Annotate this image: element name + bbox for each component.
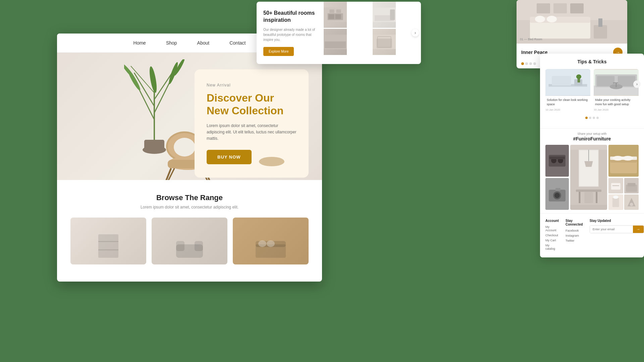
inner-peace-label: 01 — Bed Room — [520, 38, 542, 41]
room-thumb-4 — [373, 29, 396, 55]
footer-columns: Account My Account Checkout My Cart My c… — [545, 219, 639, 252]
room-thumb-2 — [373, 2, 396, 28]
hero-section: New Arrival Discover Our New Collection … — [57, 53, 322, 180]
svg-rect-57 — [598, 18, 602, 27]
explore-more-button[interactable]: Explore More — [263, 47, 294, 56]
browse-title: Browse The Range — [70, 193, 309, 202]
tips-next-arrow[interactable]: › — [633, 80, 641, 88]
footer-facebook[interactable]: Facebook — [566, 229, 583, 232]
svg-rect-102 — [611, 183, 621, 190]
buy-now-button[interactable]: BUY NOW — [207, 150, 252, 164]
hashtag-section: Share your setup with #FuniroFurniture — [540, 128, 644, 213]
browse-description: Lorem ipsum dolor sit amet, consectetur … — [70, 205, 309, 209]
svg-point-112 — [630, 203, 633, 206]
dot-1 — [521, 62, 524, 65]
room-thumb-1 — [324, 2, 347, 28]
hashtag-photo-5c — [608, 194, 623, 210]
nav-links: Home Shop About Contact — [133, 40, 246, 46]
tip-card-2: Make your cooking activity more fun with… — [594, 69, 639, 111]
svg-rect-103 — [612, 185, 619, 186]
svg-rect-41 — [336, 9, 341, 13]
footer-my-catalog[interactable]: My catalog — [545, 244, 559, 250]
tips-dot-4 — [596, 117, 599, 119]
svg-rect-106 — [627, 183, 635, 186]
tips-section: Tips & Tricks Solution for cl — [540, 54, 644, 128]
footer-social-title: Stay Connected — [566, 219, 583, 226]
svg-rect-80 — [549, 157, 565, 159]
svg-point-99 — [612, 156, 623, 161]
tip-card-1: Solution for clean look working space 10… — [545, 69, 590, 111]
browse-card-dining[interactable] — [70, 218, 146, 264]
content-panel: Tips & Tricks Solution for cl — [540, 54, 644, 257]
tips-dot-3 — [593, 117, 595, 119]
footer-section: Account My Account Checkout My Cart My c… — [540, 213, 644, 257]
nav-about[interactable]: About — [197, 40, 210, 46]
footer-instagram[interactable]: Instagram — [566, 234, 583, 237]
svg-rect-44 — [390, 9, 395, 20]
hero-title: Discover Our New Collection — [207, 92, 297, 117]
nav-shop[interactable]: Shop — [166, 40, 177, 46]
hashtag-photo-3 — [608, 145, 639, 177]
nav-contact[interactable]: Contact — [229, 40, 246, 46]
footer-account-col: Account My Account Checkout My Cart My c… — [545, 219, 559, 252]
tips-dot-2 — [589, 117, 591, 119]
hashtag-photo-1 — [545, 145, 569, 177]
svg-rect-40 — [329, 9, 334, 13]
svg-rect-38 — [328, 14, 334, 19]
svg-point-10 — [167, 61, 179, 85]
footer-account-title: Account — [545, 219, 559, 223]
tip-2-description: Make your cooking activity more fun with… — [594, 96, 639, 108]
svg-point-55 — [547, 16, 557, 22]
svg-rect-61 — [570, 3, 584, 13]
svg-rect-75 — [613, 82, 618, 83]
svg-point-109 — [613, 195, 619, 199]
svg-rect-30 — [176, 241, 184, 251]
tip-image-2 — [594, 69, 639, 96]
svg-rect-39 — [335, 14, 341, 19]
rooms-next-arrow[interactable]: › — [412, 29, 419, 37]
svg-rect-64 — [552, 76, 571, 86]
svg-rect-56 — [594, 25, 607, 39]
dot-3 — [529, 62, 532, 65]
svg-point-54 — [535, 16, 545, 22]
hero-content-box: New Arrival Discover Our New Collection … — [195, 69, 309, 178]
email-input[interactable] — [590, 226, 633, 233]
footer-twitter[interactable]: Twitter — [566, 239, 583, 242]
svg-rect-93 — [596, 192, 597, 203]
browse-card-bedroom[interactable] — [233, 218, 309, 264]
tips-section-title: Tips & Tricks — [545, 59, 639, 64]
tip-1-description: Solution for clean look working space — [545, 96, 590, 108]
browse-card-living[interactable] — [152, 218, 227, 264]
svg-point-67 — [576, 74, 581, 79]
hashtag-photo-5d — [624, 194, 639, 210]
hashtag-photo-5-group — [608, 178, 639, 210]
tip-image-1 — [545, 69, 590, 96]
hashtag-photo-2 — [570, 145, 607, 210]
svg-point-21 — [174, 138, 195, 157]
footer-my-cart[interactable]: My Cart — [545, 239, 559, 242]
svg-rect-46 — [325, 42, 346, 48]
svg-rect-48 — [377, 39, 392, 48]
dot-4 — [533, 62, 536, 65]
tips-dot-1 — [585, 117, 588, 119]
email-submit-button[interactable]: → — [633, 226, 644, 233]
nav-home[interactable]: Home — [133, 40, 146, 46]
hero-subtitle: New Arrival — [207, 83, 297, 87]
tip-2-date: 20 Jan 2020 — [594, 108, 639, 111]
footer-checkout[interactable]: Checkout — [545, 234, 559, 237]
hashtag-title: #FuniroFurniture — [545, 136, 639, 141]
svg-rect-59 — [537, 3, 550, 13]
svg-rect-92 — [579, 192, 580, 203]
footer-social-col: Stay Connected Facebook Instagram Twitte… — [566, 219, 583, 252]
svg-rect-108 — [612, 198, 619, 207]
hashtag-photo-5a — [608, 178, 623, 193]
rooms-title: 50+ Beautiful rooms inspiration — [263, 10, 317, 24]
room-thumb-3 — [324, 29, 347, 55]
svg-rect-85 — [555, 188, 560, 191]
svg-point-35 — [267, 240, 275, 247]
inner-peace-image: 01 — Bed Room — [517, 0, 627, 44]
svg-point-25 — [259, 157, 284, 166]
svg-rect-26 — [98, 234, 118, 258]
footer-email-col: Stay Updated → — [590, 219, 644, 252]
footer-my-account[interactable]: My Account — [545, 225, 559, 232]
